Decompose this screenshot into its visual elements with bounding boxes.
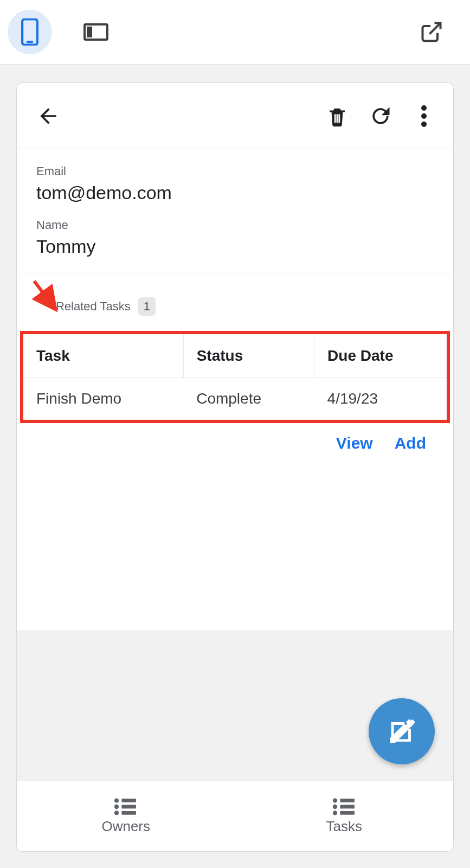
compose-icon bbox=[386, 716, 417, 747]
edit-fab[interactable] bbox=[369, 698, 435, 764]
svg-rect-6 bbox=[338, 114, 340, 123]
record-header bbox=[17, 83, 453, 149]
col-task[interactable]: Task bbox=[23, 334, 183, 378]
svg-point-14 bbox=[114, 805, 119, 809]
cell-task: Finish Demo bbox=[23, 378, 183, 419]
field-value: tom@demo.com bbox=[36, 182, 434, 204]
related-actions: View Add bbox=[17, 423, 453, 452]
table-row[interactable]: Finish Demo Complete 4/19/23 bbox=[23, 378, 447, 419]
related-table-highlight: Task Status Due Date Finish Demo Complet… bbox=[20, 331, 450, 423]
svg-rect-5 bbox=[337, 114, 338, 123]
nav-label: Owners bbox=[101, 818, 150, 835]
svg-point-7 bbox=[421, 105, 427, 111]
preview-workspace: Email tom@demo.com Name Tommy bbox=[0, 65, 470, 868]
arrow-back-icon bbox=[36, 104, 60, 128]
list-icon bbox=[332, 797, 357, 816]
svg-point-22 bbox=[333, 810, 337, 815]
svg-point-18 bbox=[333, 799, 337, 803]
svg-rect-21 bbox=[340, 805, 354, 809]
svg-rect-19 bbox=[340, 799, 354, 802]
related-section: Related Tasks 1 Task Status Due Date bbox=[17, 272, 453, 851]
cell-due: 4/19/23 bbox=[314, 378, 447, 419]
refresh-icon bbox=[369, 104, 392, 128]
svg-point-9 bbox=[421, 122, 427, 127]
refresh-button[interactable] bbox=[364, 100, 397, 132]
col-due-date[interactable]: Due Date bbox=[314, 334, 447, 378]
related-title: Related Tasks bbox=[56, 299, 131, 314]
field-label: Email bbox=[36, 164, 434, 178]
related-header: Related Tasks 1 bbox=[17, 272, 453, 329]
svg-rect-17 bbox=[122, 811, 136, 815]
view-link[interactable]: View bbox=[336, 434, 373, 452]
col-status[interactable]: Status bbox=[183, 334, 314, 378]
add-link[interactable]: Add bbox=[395, 434, 426, 452]
tablet-icon bbox=[83, 22, 108, 42]
more-menu-button[interactable] bbox=[408, 100, 440, 132]
open-external-icon bbox=[420, 20, 443, 44]
mobile-icon bbox=[21, 18, 39, 46]
detail-section: Email tom@demo.com Name Tommy bbox=[17, 149, 453, 272]
svg-rect-3 bbox=[87, 27, 92, 37]
svg-point-12 bbox=[114, 799, 119, 803]
nav-owners[interactable]: Owners bbox=[17, 781, 235, 851]
mobile-preview-button[interactable] bbox=[8, 10, 52, 54]
related-count-badge: 1 bbox=[138, 297, 156, 316]
device-preview-toolbar bbox=[0, 0, 470, 65]
trash-icon bbox=[326, 104, 349, 129]
svg-rect-4 bbox=[334, 114, 336, 123]
svg-line-10 bbox=[34, 281, 54, 307]
open-external-button[interactable] bbox=[409, 10, 454, 54]
svg-rect-13 bbox=[122, 799, 136, 802]
svg-point-16 bbox=[114, 810, 119, 815]
svg-rect-15 bbox=[122, 805, 136, 809]
preview-empty-area bbox=[17, 630, 453, 781]
more-vertical-icon bbox=[421, 105, 427, 127]
list-icon bbox=[113, 797, 138, 816]
field-label: Name bbox=[36, 218, 434, 232]
field-name[interactable]: Name Tommy bbox=[36, 218, 434, 258]
cell-status: Complete bbox=[183, 378, 314, 419]
table-header-row: Task Status Due Date bbox=[23, 334, 447, 378]
bottom-nav: Owners Tasks bbox=[17, 781, 453, 851]
nav-label: Tasks bbox=[326, 818, 362, 835]
field-value: Tommy bbox=[36, 235, 434, 258]
delete-button[interactable] bbox=[321, 100, 353, 132]
field-email[interactable]: Email tom@demo.com bbox=[36, 164, 434, 204]
related-table: Task Status Due Date Finish Demo Complet… bbox=[23, 334, 447, 420]
svg-rect-23 bbox=[340, 811, 354, 815]
back-button[interactable] bbox=[32, 100, 65, 132]
nav-tasks[interactable]: Tasks bbox=[235, 781, 454, 851]
svg-point-8 bbox=[421, 113, 427, 119]
preview-device: Email tom@demo.com Name Tommy bbox=[16, 82, 454, 852]
tablet-preview-button[interactable] bbox=[74, 10, 118, 54]
svg-point-20 bbox=[333, 805, 337, 809]
